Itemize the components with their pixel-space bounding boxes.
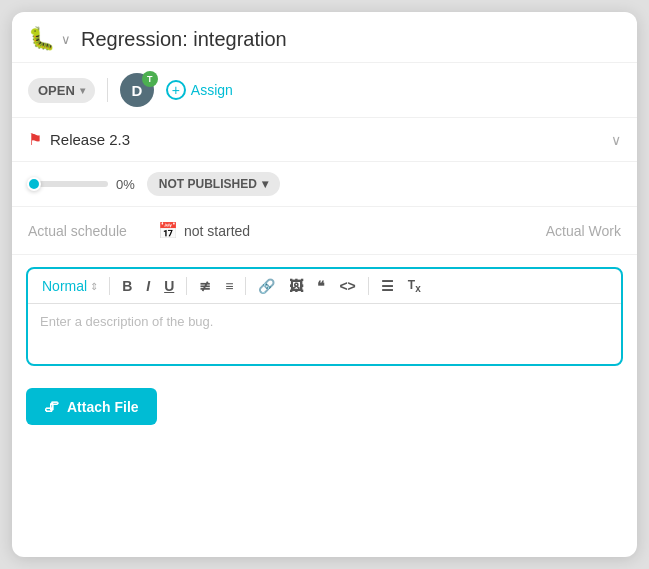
avatar-group: D T xyxy=(120,73,154,107)
not-published-label: NOT PUBLISHED xyxy=(159,177,257,191)
title-chevron-icon[interactable]: ∨ xyxy=(61,32,71,47)
schedule-status-text: not started xyxy=(184,223,250,239)
align-icon: ☰ xyxy=(381,278,394,294)
not-published-button[interactable]: NOT PUBLISHED ▾ xyxy=(147,172,280,196)
release-label: Release 2.3 xyxy=(50,131,130,148)
progress-percent: 0% xyxy=(116,177,135,192)
description-input[interactable]: Enter a description of the bug. xyxy=(28,304,621,364)
flag-icon: ⚑ xyxy=(28,130,42,149)
toolbar-divider-2 xyxy=(186,277,187,295)
release-chevron-icon: ∨ xyxy=(611,132,621,148)
align-button[interactable]: ☰ xyxy=(376,275,399,297)
italic-button[interactable]: I xyxy=(141,275,155,297)
unordered-list-button[interactable]: ≡ xyxy=(220,275,238,297)
clear-format-button[interactable]: Tx xyxy=(403,275,426,297)
actual-schedule-label: Actual schedule xyxy=(28,223,158,239)
clear-format-icon: Tx xyxy=(408,278,421,294)
unordered-list-icon: ≡ xyxy=(225,278,233,294)
release-row[interactable]: ⚑ Release 2.3 ∨ xyxy=(12,118,637,162)
style-select-label: Normal xyxy=(42,278,87,294)
progress-row: 0% NOT PUBLISHED ▾ xyxy=(12,162,637,207)
status-label: OPEN xyxy=(38,83,75,98)
calendar-icon: 📅 xyxy=(158,221,178,240)
release-left: ⚑ Release 2.3 xyxy=(28,130,130,149)
status-badge[interactable]: OPEN ▾ xyxy=(28,78,95,103)
image-button[interactable]: 🖼 xyxy=(284,275,308,297)
bug-icon: 🐛 xyxy=(28,26,55,52)
progress-bar-container: 0% xyxy=(28,177,135,192)
editor-container: Normal ⇕ B I U ≢ ≡ 🔗 xyxy=(26,267,623,366)
code-button[interactable]: <> xyxy=(334,275,360,297)
page-title: Regression: integration xyxy=(81,28,621,51)
attach-file-button[interactable]: 🖇 Attach File xyxy=(26,388,157,425)
quote-button[interactable]: ❝ xyxy=(312,275,330,297)
underline-button[interactable]: U xyxy=(159,275,179,297)
attach-row: 🖇 Attach File xyxy=(12,378,637,441)
main-card: 🐛 ∨ Regression: integration OPEN ▾ D T +… xyxy=(12,12,637,557)
toolbar-divider-3 xyxy=(245,277,246,295)
editor-toolbar: Normal ⇕ B I U ≢ ≡ 🔗 xyxy=(28,269,621,304)
assign-button[interactable]: + Assign xyxy=(166,80,233,100)
toolbar-divider-4 xyxy=(368,277,369,295)
quote-icon: ❝ xyxy=(317,278,325,294)
avatar-badge: T xyxy=(142,71,158,87)
not-published-arrow-icon: ▾ xyxy=(262,177,268,191)
code-icon: <> xyxy=(339,278,355,294)
actual-work-label: Actual Work xyxy=(546,223,621,239)
schedule-status: 📅 not started xyxy=(158,221,250,240)
progress-handle[interactable] xyxy=(27,177,41,191)
schedule-row: Actual schedule 📅 not started Actual Wor… xyxy=(12,207,637,255)
status-row: OPEN ▾ D T + Assign xyxy=(12,63,637,118)
image-icon: 🖼 xyxy=(289,278,303,294)
progress-track[interactable] xyxy=(28,181,108,187)
status-dropdown-icon: ▾ xyxy=(80,85,85,96)
paperclip-icon: 🖇 xyxy=(44,398,59,415)
ordered-list-icon: ≢ xyxy=(199,278,211,294)
vertical-divider xyxy=(107,78,108,102)
style-select[interactable]: Normal ⇕ xyxy=(38,276,102,296)
editor-placeholder: Enter a description of the bug. xyxy=(40,314,213,329)
title-row: 🐛 ∨ Regression: integration xyxy=(12,12,637,63)
toolbar-divider-1 xyxy=(109,277,110,295)
style-select-arrows-icon: ⇕ xyxy=(90,281,98,292)
link-button[interactable]: 🔗 xyxy=(253,275,280,297)
plus-circle-icon: + xyxy=(166,80,186,100)
attach-label: Attach File xyxy=(67,399,139,415)
bold-button[interactable]: B xyxy=(117,275,137,297)
assign-label: Assign xyxy=(191,82,233,98)
ordered-list-button[interactable]: ≢ xyxy=(194,275,216,297)
link-icon: 🔗 xyxy=(258,278,275,294)
